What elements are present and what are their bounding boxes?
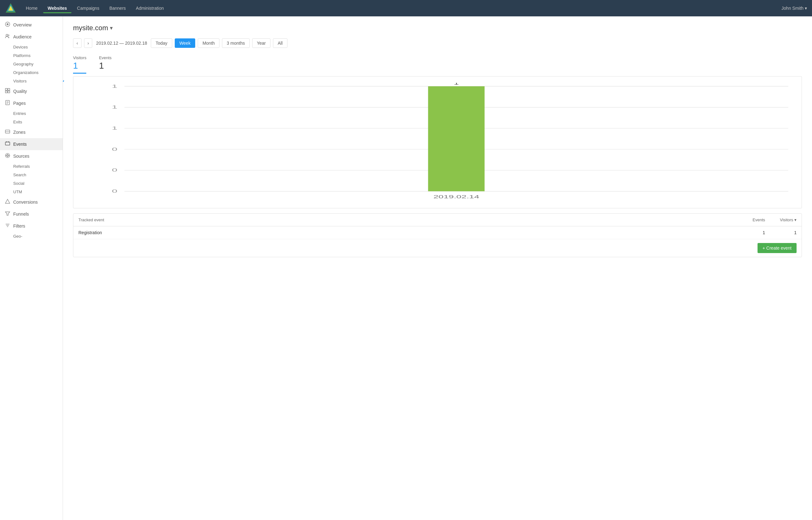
- sources-icon: [5, 153, 10, 159]
- app-layout: Overview Audience Devices Platforms Geog…: [0, 16, 812, 520]
- sidebar-item-exits[interactable]: Exits: [0, 118, 62, 126]
- svg-rect-7: [5, 88, 7, 90]
- pages-icon: [5, 100, 10, 106]
- sidebar-label-events: Events: [13, 141, 27, 147]
- table-footer: + Create event: [73, 239, 802, 257]
- conversions-icon: [5, 199, 10, 205]
- period-3months-button[interactable]: 3 months: [222, 38, 250, 48]
- sort-icon[interactable]: ▾: [794, 217, 796, 222]
- table-row: Registration 1 1: [73, 226, 802, 239]
- sidebar-item-devices[interactable]: Devices: [0, 43, 62, 51]
- site-dropdown-icon[interactable]: ▾: [110, 25, 113, 31]
- sidebar-item-search[interactable]: Search: [0, 171, 62, 179]
- sidebar-label-sources: Sources: [13, 154, 29, 159]
- visitors-label: Visitors: [73, 55, 86, 60]
- zones-icon: [5, 129, 10, 135]
- next-period-button[interactable]: ›: [84, 38, 93, 48]
- svg-rect-8: [8, 88, 10, 90]
- bar: [428, 86, 485, 191]
- sidebar-item-zones[interactable]: Zones: [0, 126, 62, 138]
- events-stat: Events 1: [99, 55, 111, 74]
- sidebar-item-filters[interactable]: Filters: [0, 220, 62, 232]
- sidebar-item-organizations[interactable]: Organizations: [0, 68, 62, 77]
- sidebar-item-events[interactable]: Events: [0, 138, 62, 150]
- sidebar-item-referrals[interactable]: Referrals: [0, 162, 62, 171]
- col-header-event: Tracked event: [78, 217, 740, 222]
- period-week-button[interactable]: Week: [175, 38, 196, 48]
- sidebar-label-funnels: Funnels: [13, 211, 29, 216]
- col-header-events: Events: [740, 217, 765, 222]
- create-event-button[interactable]: + Create event: [758, 243, 796, 253]
- audience-icon: [5, 34, 10, 40]
- sidebar-label-filters: Filters: [13, 224, 25, 229]
- sidebar-label-overview: Overview: [13, 22, 31, 27]
- sidebar-item-visitors[interactable]: Visitors: [0, 77, 62, 85]
- sidebar-label-audience: Audience: [13, 34, 31, 40]
- svg-rect-17: [5, 142, 10, 145]
- table-header: Tracked event Events Visitors ▾: [73, 214, 802, 226]
- col-header-visitors: Visitors ▾: [765, 217, 796, 222]
- visitors-value: 1: [73, 61, 86, 71]
- date-range: 2019.02.12 — 2019.02.18: [96, 41, 147, 46]
- sidebar-item-entries[interactable]: Entries: [0, 109, 62, 118]
- sidebar-item-pages[interactable]: Pages: [0, 97, 62, 109]
- top-navigation: Home Websites Campaigns Banners Administ…: [0, 0, 812, 16]
- sidebar-item-quality[interactable]: Quality: [0, 85, 62, 97]
- visitors-stat: Visitors 1: [73, 55, 86, 74]
- sidebar-item-utm[interactable]: UTM: [0, 188, 62, 196]
- events-table: Tracked event Events Visitors ▾ Registra…: [73, 213, 802, 257]
- nav-banners[interactable]: Banners: [105, 3, 130, 13]
- svg-point-4: [7, 23, 8, 25]
- bar-chart: 1 1 1 0 0 0 1 2019.02.14: [89, 83, 795, 202]
- date-controls: ‹ › 2019.02.12 — 2019.02.18 Today Week M…: [73, 38, 802, 48]
- svg-text:1: 1: [454, 83, 459, 86]
- prev-period-button[interactable]: ‹: [73, 38, 81, 48]
- period-year-button[interactable]: Year: [252, 38, 271, 48]
- sidebar-item-audience[interactable]: Audience: [0, 31, 62, 43]
- sidebar-item-social[interactable]: Social: [0, 179, 62, 188]
- logo: [5, 2, 16, 14]
- svg-marker-23: [5, 199, 10, 203]
- overview-icon: [5, 22, 10, 28]
- period-today-button[interactable]: Today: [151, 38, 172, 48]
- event-name: Registration: [78, 230, 740, 235]
- event-visitors-count: 1: [765, 230, 796, 235]
- funnels-icon: [5, 211, 10, 217]
- site-header: mysite.com ▾: [73, 24, 802, 32]
- svg-text:1: 1: [112, 83, 117, 89]
- events-value: 1: [99, 61, 111, 71]
- sidebar-item-geography[interactable]: Geography: [0, 60, 62, 68]
- nav-administration[interactable]: Administration: [132, 3, 169, 13]
- sidebar-item-funnels[interactable]: Funnels: [0, 208, 62, 220]
- sidebar: Overview Audience Devices Platforms Geog…: [0, 16, 63, 520]
- svg-point-5: [6, 34, 8, 36]
- sidebar-item-overview[interactable]: Overview: [0, 19, 62, 31]
- svg-text:0: 0: [112, 146, 117, 152]
- period-all-button[interactable]: All: [273, 38, 287, 48]
- sidebar-label-pages: Pages: [13, 101, 26, 106]
- svg-text:2019.02.14: 2019.02.14: [433, 194, 479, 199]
- nav-websites[interactable]: Websites: [43, 3, 71, 13]
- sidebar-label-zones: Zones: [13, 130, 26, 135]
- user-menu[interactable]: John Smith ▾: [782, 6, 807, 11]
- sidebar-item-sources[interactable]: Sources: [0, 150, 62, 162]
- sidebar-label-quality: Quality: [13, 89, 27, 94]
- visitors-underline: [73, 73, 86, 74]
- svg-text:0: 0: [112, 188, 117, 193]
- events-label: Events: [99, 55, 111, 60]
- site-title: mysite.com: [73, 24, 108, 32]
- nav-home[interactable]: Home: [21, 3, 42, 13]
- svg-text:1: 1: [112, 125, 117, 131]
- main-content: mysite.com ▾ ‹ › 2019.02.12 — 2019.02.18…: [63, 16, 812, 520]
- nav-campaigns[interactable]: Campaigns: [73, 3, 104, 13]
- chart-container: 1 1 1 0 0 0 1 2019.02.14: [73, 76, 802, 208]
- sidebar-item-conversions[interactable]: Conversions: [0, 196, 62, 208]
- sidebar-item-platforms[interactable]: Platforms: [0, 51, 62, 60]
- event-events-count: 1: [740, 230, 765, 235]
- svg-rect-9: [5, 91, 7, 93]
- svg-text:1: 1: [112, 104, 117, 109]
- svg-rect-10: [8, 91, 10, 93]
- svg-text:0: 0: [112, 167, 117, 173]
- sidebar-item-geo[interactable]: Geo-: [0, 232, 62, 240]
- period-month-button[interactable]: Month: [198, 38, 220, 48]
